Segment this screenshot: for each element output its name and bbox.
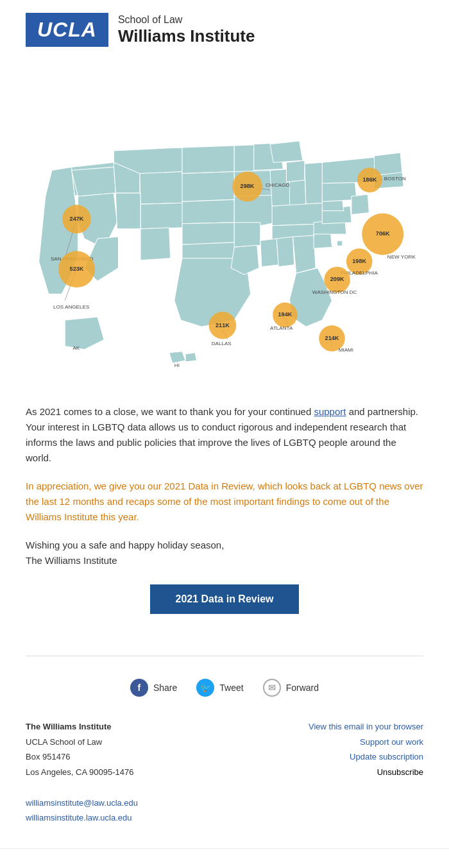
footer-links-section: williamsinstitute@law.ucla.edu williamsi… — [0, 792, 449, 835]
facebook-icon: f — [130, 679, 148, 697]
dallas-city: DALLAS — [212, 341, 232, 346]
miami-label: 214K — [325, 335, 339, 341]
newyork-label: 706K — [376, 230, 390, 237]
atlanta-city: ATLANTA — [270, 325, 293, 331]
email2-link[interactable]: williamsinstitute.law.ucla.edu — [26, 810, 423, 825]
sf-label: 247K — [70, 216, 84, 222]
hi-label: HI — [174, 362, 180, 368]
support-link[interactable]: support — [314, 406, 346, 417]
institute-text: School of Law Williams Institute — [118, 13, 255, 46]
closing-text: Wishing you a safe and happy holiday sea… — [26, 538, 423, 568]
forward-label: Forward — [286, 683, 319, 693]
cta-container: 2021 Data in Review — [26, 584, 423, 614]
tweet-item[interactable]: 🐦 Tweet — [196, 679, 243, 697]
cta-button[interactable]: 2021 Data in Review — [150, 584, 300, 614]
boston-city: BOSTON — [384, 176, 406, 182]
footer-address: Los Angeles, CA 90095-1476 — [26, 765, 133, 779]
logo-container: UCLA School of Law Williams Institute — [26, 13, 423, 47]
chicago-city: CHICAGO — [266, 182, 290, 188]
closing-line2: The Williams Institute — [26, 555, 117, 566]
footer-right: View this email in your browser Support … — [309, 719, 423, 779]
content-section: As 2021 comes to a close, we want to tha… — [0, 391, 449, 643]
unsubscribe-label: Unsubscribe — [309, 765, 423, 779]
svg-rect-0 — [337, 241, 343, 246]
chicago-label: 298K — [241, 183, 255, 189]
philly-label: 198K — [352, 258, 366, 264]
header: UCLA School of Law Williams Institute — [0, 0, 449, 60]
map-section: 247K SAN FRANCISCO 523K LOS ANGELES 298K… — [0, 60, 449, 391]
boston-label: 186K — [363, 176, 377, 183]
newyork-city: NEW YORK — [387, 254, 416, 260]
us-map-svg: 247K SAN FRANCISCO 523K LOS ANGELES 298K… — [13, 66, 436, 379]
ak-label: AK — [72, 345, 80, 351]
bottom-footer: This email was sent to xxxxxx@gmail.com … — [0, 848, 449, 868]
dc-label: 209K — [330, 276, 344, 282]
twitter-icon: 🐦 — [196, 679, 214, 697]
footer-main: The Williams Institute UCLA School of La… — [0, 706, 449, 792]
footer-org-name: The Williams Institute — [26, 719, 133, 734]
ucla-logo: UCLA — [26, 13, 108, 47]
update-sub-link[interactable]: Update subscription — [350, 752, 423, 762]
dc-city: WASHINGTON DC — [312, 289, 357, 295]
la-city: LOS ANGELES — [53, 304, 90, 310]
support-work-link[interactable]: Support our work — [360, 737, 423, 747]
email1-link[interactable]: williamsinstitute@law.ucla.edu — [26, 796, 423, 810]
divider — [26, 656, 423, 656]
closing-line1: Wishing you a safe and happy holiday sea… — [26, 540, 224, 550]
tweet-label: Tweet — [219, 683, 243, 693]
view-browser-link[interactable]: View this email in your browser — [309, 722, 423, 731]
atlanta-label: 194K — [278, 311, 292, 318]
footer-box: Box 951476 — [26, 749, 133, 764]
forward-item[interactable]: ✉ Forward — [263, 679, 319, 697]
school-of-law-label: School of Law — [118, 13, 255, 26]
paragraph-1: As 2021 comes to a close, we want to tha… — [26, 404, 423, 466]
miami-city: MIAMI — [339, 347, 353, 353]
paragraph-2: In appreciation, we give you our 2021 Da… — [26, 479, 423, 525]
williams-institute-label: Williams Institute — [118, 26, 255, 46]
dallas-label: 211K — [216, 322, 230, 328]
footer-school: UCLA School of Law — [26, 735, 133, 749]
share-item[interactable]: f Share — [130, 679, 177, 697]
forward-email-icon: ✉ — [263, 679, 281, 697]
footer-left: The Williams Institute UCLA School of La… — [26, 719, 133, 779]
share-label: Share — [153, 683, 177, 693]
la-label: 523K — [70, 266, 84, 272]
social-section: f Share 🐦 Tweet ✉ Forward — [0, 669, 449, 706]
